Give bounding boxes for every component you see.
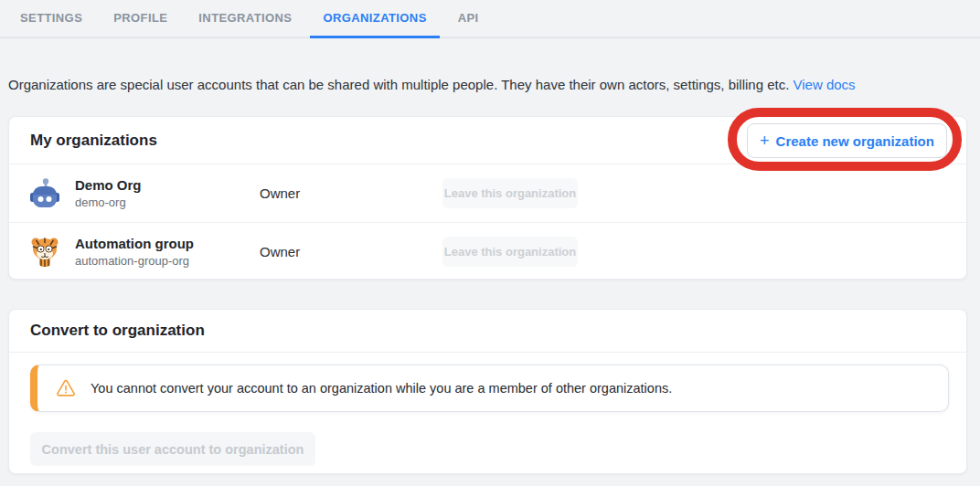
leave-organization-button[interactable]: Leave this organization <box>442 178 578 208</box>
warning-text: You cannot convert your account to an or… <box>91 381 672 396</box>
organizations-intro-text: Organizations are special user accounts … <box>8 77 856 92</box>
tab-settings[interactable]: SETTINGS <box>7 11 95 38</box>
warning-triangle-icon <box>56 379 76 397</box>
my-organizations-header: My organizations + Create new organizati… <box>9 117 966 164</box>
org-slug: automation-group-org <box>75 254 194 268</box>
org-identity: Demo Org demo-org <box>75 177 142 209</box>
tab-integrations[interactable]: INTEGRATIONS <box>186 11 304 38</box>
org-name: Demo Org <box>75 177 142 193</box>
convert-title: Convert to organization <box>30 322 205 340</box>
view-docs-link[interactable]: View docs <box>794 77 856 92</box>
org-role: Owner <box>260 185 300 201</box>
my-organizations-title: My organizations <box>30 132 157 150</box>
my-organizations-card: My organizations + Create new organizati… <box>8 116 967 280</box>
org-identity: Automation group automation-group-org <box>75 236 194 268</box>
plus-icon: + <box>760 132 770 149</box>
warning-callout: You cannot convert your account to an or… <box>30 364 949 412</box>
org-row-demo-org: Demo Org demo-org Owner Leave this organ… <box>9 164 966 222</box>
tab-profile[interactable]: PROFILE <box>101 11 180 38</box>
create-new-organization-button[interactable]: + Create new organization <box>747 123 947 158</box>
tab-api[interactable]: API <box>445 11 492 38</box>
robot-avatar <box>28 177 61 210</box>
org-role: Owner <box>260 244 300 259</box>
settings-tab-bar: SETTINGS PROFILE INTEGRATIONS ORGANIZATI… <box>0 0 980 38</box>
org-row-automation-group: Automation group automation-group-org Ow… <box>9 222 966 280</box>
convert-to-organization-card: Convert to organization You cannot conve… <box>8 309 967 474</box>
leave-organization-button[interactable]: Leave this organization <box>442 237 578 267</box>
tab-organizations[interactable]: ORGANIZATIONS <box>310 11 439 38</box>
org-slug: demo-org <box>75 195 142 209</box>
org-name: Automation group <box>75 236 194 251</box>
convert-header: Convert to organization <box>9 310 966 353</box>
convert-account-button[interactable]: Convert this user account to organizatio… <box>30 432 315 466</box>
tiger-avatar <box>28 235 61 268</box>
intro-sentence: Organizations are special user accounts … <box>8 77 789 92</box>
create-new-organization-label: Create new organization <box>776 133 934 149</box>
